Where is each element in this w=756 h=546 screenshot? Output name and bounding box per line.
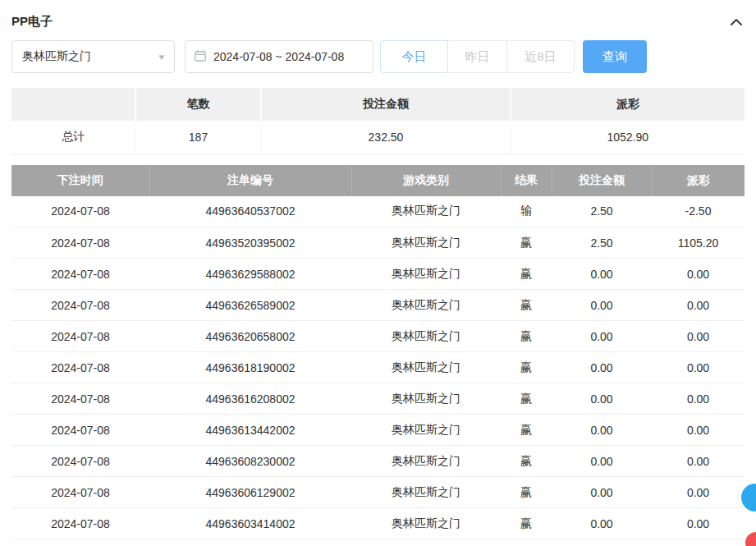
table-row: 2024-07-08 44963626589002 奥林匹斯之门 赢 0.00 … xyxy=(11,290,745,321)
cell-payout: 0.00 xyxy=(652,446,745,477)
caret-down-icon: ▾ xyxy=(159,52,165,62)
cell-bet-time: 2024-07-08 xyxy=(11,227,149,259)
cell-bet-time: 2024-07-08 xyxy=(11,196,149,227)
table-row: 2024-07-08 44963608230002 奥林匹斯之门 赢 0.00 … xyxy=(11,446,745,477)
cell-order-id: 44963606129002 xyxy=(149,477,351,508)
cell-result: 赢 xyxy=(501,321,552,352)
bet-records-table: 下注时间 注单编号 游戏类别 结果 投注金额 派彩 2024-07-08 449… xyxy=(11,165,745,540)
cell-result: 赢 xyxy=(501,508,552,539)
table-row: 2024-07-08 44963603414002 奥林匹斯之门 赢 0.00 … xyxy=(11,508,745,539)
cell-game-type: 奥林匹斯之门 xyxy=(351,227,501,259)
summary-bet-amount-value: 232.50 xyxy=(261,121,511,154)
page-title: PP电子 xyxy=(11,14,53,30)
cell-game-type: 奥林匹斯之门 xyxy=(351,446,501,477)
summary-table: 笔数 投注金额 派彩 总计 187 232.50 1052.90 xyxy=(11,88,745,154)
cell-result: 赢 xyxy=(501,290,552,321)
cell-order-id: 44963640537002 xyxy=(149,196,351,227)
summary-header-bet-amount: 投注金额 xyxy=(261,88,511,121)
cell-game-type: 奥林匹斯之门 xyxy=(351,415,501,446)
cell-bet-amount: 0.00 xyxy=(552,446,652,477)
cell-game-type: 奥林匹斯之门 xyxy=(351,321,501,352)
quick-date-filters: 今日 昨日 近8日 xyxy=(380,40,575,73)
cell-bet-amount: 0.00 xyxy=(552,352,652,383)
cell-order-id: 44963618190002 xyxy=(149,352,351,383)
summary-header-blank xyxy=(11,88,135,121)
cell-bet-amount: 2.50 xyxy=(552,196,652,227)
cell-game-type: 奥林匹斯之门 xyxy=(351,508,501,539)
cell-order-id: 44963620658002 xyxy=(149,321,351,352)
cell-order-id: 44963613442002 xyxy=(149,415,351,446)
cell-order-id: 44963629588002 xyxy=(149,259,351,290)
table-row: 2024-07-08 44963606129002 奥林匹斯之门 赢 0.00 … xyxy=(11,477,745,508)
table-row: 2024-07-08 44963616208002 奥林匹斯之门 赢 0.00 … xyxy=(11,383,745,415)
cell-bet-amount: 0.00 xyxy=(552,477,652,508)
cell-result: 赢 xyxy=(501,259,552,290)
table-row: 2024-07-08 44963618190002 奥林匹斯之门 赢 0.00 … xyxy=(11,352,745,383)
collapse-button[interactable] xyxy=(728,16,745,29)
cell-bet-time: 2024-07-08 xyxy=(11,290,149,321)
cell-bet-time: 2024-07-08 xyxy=(11,259,149,290)
summary-payout-value: 1052.90 xyxy=(511,121,745,154)
calendar-icon xyxy=(194,49,207,65)
cell-bet-amount: 0.00 xyxy=(552,259,652,290)
header-bet-time: 下注时间 xyxy=(11,165,149,196)
cell-result: 赢 xyxy=(501,415,552,446)
cell-order-id: 44963626589002 xyxy=(149,290,351,321)
cell-game-type: 奥林匹斯之门 xyxy=(351,290,501,321)
cell-payout: 0.00 xyxy=(652,259,745,290)
summary-total-label: 总计 xyxy=(11,121,135,154)
search-button[interactable]: 查询 xyxy=(583,40,647,73)
bet-table-body: 2024-07-08 44963640537002 奥林匹斯之门 输 2.50 … xyxy=(11,196,745,539)
header-payout: 派彩 xyxy=(652,165,745,196)
header-result: 结果 xyxy=(501,165,552,196)
summary-header-count: 笔数 xyxy=(135,88,261,121)
cell-game-type: 奥林匹斯之门 xyxy=(351,352,501,383)
cell-game-type: 奥林匹斯之门 xyxy=(351,477,501,508)
filter-bar: 奥林匹斯之门 ▾ 2024-07-08 ~ 2024-07-08 今日 昨日 近… xyxy=(11,40,745,73)
cell-payout: 1105.20 xyxy=(652,227,745,259)
cell-payout: 0.00 xyxy=(652,477,745,508)
quick-filter-last8days[interactable]: 近8日 xyxy=(506,40,575,73)
date-range-value: 2024-07-08 ~ 2024-07-08 xyxy=(213,50,344,63)
cell-bet-time: 2024-07-08 xyxy=(11,477,149,508)
summary-count-value: 187 xyxy=(135,121,261,154)
panel-header: PP电子 xyxy=(11,0,745,40)
cell-order-id: 44963520395002 xyxy=(149,227,351,259)
cell-order-id: 44963616208002 xyxy=(149,383,351,415)
table-row: 2024-07-08 44963640537002 奥林匹斯之门 输 2.50 … xyxy=(11,196,745,227)
cell-result: 赢 xyxy=(501,477,552,508)
cell-payout: 0.00 xyxy=(652,415,745,446)
quick-filter-today[interactable]: 今日 xyxy=(380,40,448,73)
summary-header-payout: 派彩 xyxy=(511,88,745,121)
quick-filter-yesterday[interactable]: 昨日 xyxy=(447,40,507,73)
table-row: 2024-07-08 44963613442002 奥林匹斯之门 赢 0.00 … xyxy=(11,415,745,446)
cell-game-type: 奥林匹斯之门 xyxy=(351,259,501,290)
cell-game-type: 奥林匹斯之门 xyxy=(351,383,501,415)
cell-payout: 0.00 xyxy=(652,383,745,415)
cell-payout: 0.00 xyxy=(652,508,745,539)
cell-bet-time: 2024-07-08 xyxy=(11,508,149,539)
cell-bet-time: 2024-07-08 xyxy=(11,321,149,352)
cell-result: 赢 xyxy=(501,352,552,383)
cell-result: 输 xyxy=(501,196,552,227)
cell-bet-time: 2024-07-08 xyxy=(11,446,149,477)
cell-payout: 0.00 xyxy=(652,321,745,352)
cell-payout: -2.50 xyxy=(652,196,745,227)
pp-electronic-panel: PP电子 奥林匹斯之门 ▾ 2024-07-08 ~ 2024-07-08 xyxy=(0,0,756,539)
cell-order-id: 44963608230002 xyxy=(149,446,351,477)
header-order-id: 注单编号 xyxy=(149,165,351,196)
cell-bet-amount: 0.00 xyxy=(552,321,652,352)
cell-result: 赢 xyxy=(501,446,552,477)
chevron-up-icon xyxy=(730,17,743,30)
cell-game-type: 奥林匹斯之门 xyxy=(351,196,501,227)
date-range-picker[interactable]: 2024-07-08 ~ 2024-07-08 xyxy=(185,40,373,73)
cell-bet-time: 2024-07-08 xyxy=(11,383,149,415)
cell-bet-amount: 0.00 xyxy=(552,383,652,415)
game-select-value: 奥林匹斯之门 xyxy=(22,49,91,64)
cell-payout: 0.00 xyxy=(652,290,745,321)
cell-bet-time: 2024-07-08 xyxy=(11,352,149,383)
cell-bet-amount: 0.00 xyxy=(552,290,652,321)
game-select[interactable]: 奥林匹斯之门 ▾ xyxy=(11,40,175,73)
cell-result: 赢 xyxy=(501,227,552,259)
cell-bet-time: 2024-07-08 xyxy=(11,415,149,446)
